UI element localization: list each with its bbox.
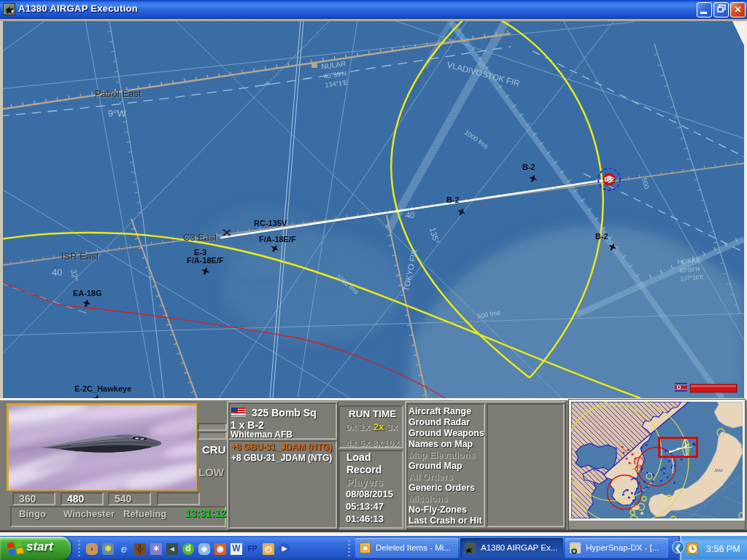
svg-text:Patrol East: Patrol East	[95, 88, 142, 99]
svg-text:9°W: 9°W	[108, 108, 126, 119]
svg-text:F/A-18E/F: F/A-18E/F	[259, 235, 296, 244]
svg-text:C3 East: C3 East	[183, 232, 217, 243]
svg-text:B-2: B-2	[604, 176, 614, 183]
svg-text:ISR East: ISR East	[61, 251, 99, 262]
svg-text:EA-18G: EA-18G	[73, 289, 102, 298]
svg-text:B-2: B-2	[595, 232, 608, 241]
svg-text:B-2: B-2	[446, 195, 460, 204]
svg-text:E-2C_Hawkeye: E-2C_Hawkeye	[74, 384, 131, 393]
svg-text:JMd: JMd	[713, 468, 723, 472]
svg-text:RC-135V: RC-135V	[254, 219, 287, 228]
svg-text:F/A-18E/F: F/A-18E/F	[187, 256, 224, 265]
svg-text:40: 40	[406, 211, 414, 219]
svg-text:B-2: B-2	[522, 163, 535, 171]
svg-text:40: 40	[52, 267, 62, 278]
